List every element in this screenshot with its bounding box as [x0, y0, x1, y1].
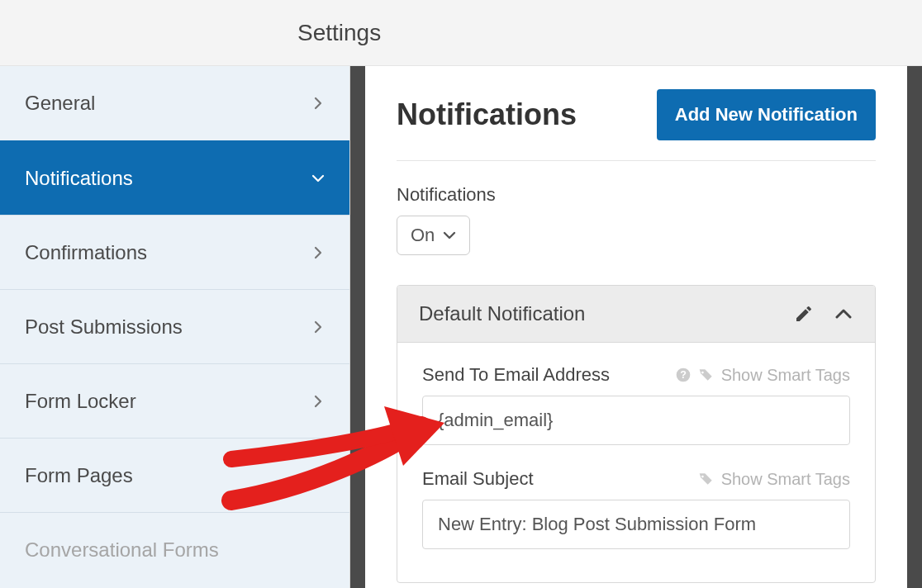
sidebar-item-label: Form Locker [25, 390, 136, 413]
add-notification-button[interactable]: Add New Notification [657, 89, 876, 140]
smart-tags-label: Show Smart Tags [721, 470, 850, 489]
notification-card-header: Default Notification [397, 286, 875, 343]
svg-point-3 [701, 476, 704, 478]
notification-card-body: Send To Email Address ? Show Smart Tags … [397, 343, 875, 582]
svg-point-2 [701, 372, 704, 374]
page-header-title: Settings [297, 20, 381, 46]
settings-sidebar: General Notifications Confirmations Post… [0, 66, 350, 588]
sidebar-item-label: Post Submissions [25, 315, 183, 339]
sidebar-item-notifications[interactable]: Notifications [0, 140, 349, 215]
notifications-state-label: Notifications [397, 184, 876, 206]
panel-title: Notifications [397, 97, 577, 132]
help-icon: ? [675, 367, 692, 383]
main-panel: Notifications Add New Notification Notif… [365, 66, 907, 588]
chevron-right-icon [311, 246, 325, 259]
svg-text:?: ? [680, 369, 687, 381]
tag-icon [698, 471, 715, 487]
card-actions [794, 304, 853, 324]
tag-icon [698, 367, 715, 383]
sidebar-item-form-pages[interactable]: Form Pages [0, 438, 349, 512]
show-smart-tags-link[interactable]: Show Smart Tags [698, 470, 850, 489]
notification-card: Default Notification Send To Email Addre… [397, 285, 876, 583]
sidebar-item-label: Confirmations [25, 241, 147, 264]
sidebar-item-label: Form Pages [25, 464, 133, 487]
chevron-right-icon [311, 395, 325, 408]
subject-field: Email Subject Show Smart Tags [422, 468, 850, 549]
panel-header: Notifications Add New Notification [397, 89, 876, 161]
subject-input[interactable] [422, 500, 850, 549]
notifications-state-value: On [411, 225, 435, 246]
sidebar-item-confirmations[interactable]: Confirmations [0, 215, 349, 289]
main-wrap: Notifications Add New Notification Notif… [350, 66, 922, 588]
sidebar-item-label: Conversational Forms [25, 538, 219, 562]
notifications-state-select[interactable]: On [397, 216, 470, 255]
sidebar-item-form-locker[interactable]: Form Locker [0, 363, 349, 438]
sidebar-item-label: Notifications [25, 167, 133, 190]
chevron-up-icon[interactable] [834, 304, 853, 324]
chevron-right-icon [311, 97, 325, 110]
show-smart-tags-link[interactable]: ? Show Smart Tags [675, 366, 850, 385]
send-to-label: Send To Email Address [422, 364, 610, 386]
send-to-input[interactable] [422, 396, 850, 445]
chevron-down-icon [443, 229, 456, 242]
smart-tags-label: Show Smart Tags [721, 366, 850, 385]
sidebar-item-general[interactable]: General [0, 66, 349, 140]
notifications-state: Notifications On [397, 184, 876, 255]
sidebar-item-conversational-forms[interactable]: Conversational Forms [0, 512, 349, 586]
notification-card-title: Default Notification [419, 302, 585, 325]
top-bar: Settings [0, 0, 922, 66]
chevron-down-icon [311, 172, 325, 185]
sidebar-item-label: General [25, 92, 95, 115]
chevron-right-icon [311, 320, 325, 334]
content-row: General Notifications Confirmations Post… [0, 66, 922, 588]
subject-label: Email Subject [422, 468, 534, 490]
edit-icon[interactable] [794, 304, 814, 324]
sidebar-item-post-submissions[interactable]: Post Submissions [0, 289, 349, 363]
send-to-field: Send To Email Address ? Show Smart Tags [422, 364, 850, 445]
chevron-right-icon [311, 469, 325, 482]
